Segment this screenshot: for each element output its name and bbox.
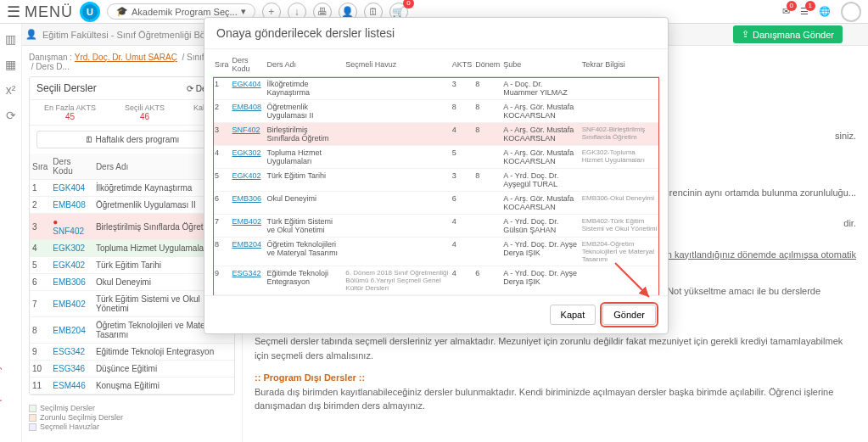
- confirm-courses-modal: Onaya gönderilecek dersler listesi SıraD…: [204, 17, 669, 334]
- table-row: 3SNF402Birleştirilmiş Sınıflarda Öğretim…: [213, 123, 659, 146]
- table-row: 5EGK402Türk Eğitim Tarihi38A - Yrd. Doç.…: [213, 169, 659, 192]
- table-row: 8EMB204Öğretim Teknolojileri ve Materyal…: [213, 238, 659, 266]
- table-row: 9ESG342Eğitimde Teknoloji Entegrasyon6. …: [213, 266, 659, 295]
- table-row: 2EMB408Öğretmenlik Uygulaması II88A - Ar…: [213, 100, 659, 123]
- table-row: 6EMB306Okul Deneyimi6A - Arş. Gör. Musta…: [213, 192, 659, 215]
- table-row: 1EGK404İlköğretimde Kaynaştırma38A - Doç…: [213, 77, 659, 100]
- modal-title: Onaya gönderilecek dersler listesi: [204, 18, 668, 49]
- table-row: 7EMB402Türk Eğitim Sistemi ve Okul Yönet…: [213, 215, 659, 238]
- modal-close-button[interactable]: Kapat: [550, 305, 596, 325]
- modal-courses-table: SıraDers Kodu Ders AdıSeçmeli Havuz AKTS…: [213, 53, 659, 295]
- modal-submit-button[interactable]: Gönder: [602, 305, 656, 325]
- table-row: 4EGK302Topluma Hizmet Uygulamaları5A - A…: [213, 146, 659, 169]
